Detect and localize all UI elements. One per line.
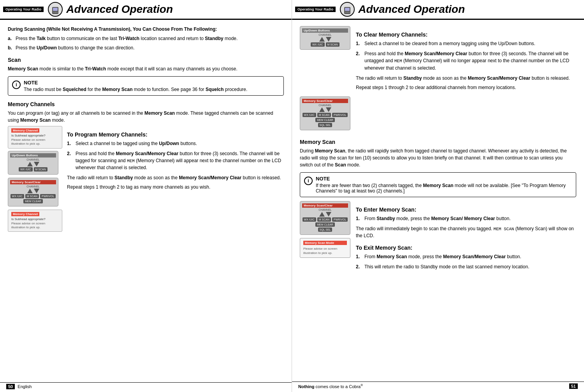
note-title-right: NOTE <box>316 176 572 182</box>
svg-rect-11 <box>348 12 350 13</box>
program-step2: 2. Press and hold the Memory Scan/Memory… <box>67 150 284 172</box>
sql-sel-btn: SQL SEL <box>318 123 332 127</box>
program-step1: 1. Select a channel to be tagged using t… <box>67 140 284 147</box>
enter-note: The radio will immediately begin to scan… <box>356 225 576 240</box>
radio-icon-left <box>47 2 63 17</box>
clear-step2-text: Press and hold the Memory Scan/Memory Cl… <box>364 50 576 72</box>
item-a-text: Press the Talk button to communicate on … <box>16 35 237 42</box>
memory-scan-para: During Memory Scan, the radio will rapid… <box>300 147 576 168</box>
note-content-left: NOTE The radio must be Squelched for the… <box>24 80 247 92</box>
exit-step1-text: From Memory Scan mode, press the Memory … <box>364 253 521 260</box>
note-title-left: NOTE <box>24 80 247 86</box>
memory-channels-para: You can program (or tag) any or all chan… <box>8 110 284 124</box>
channel-text: CHANNEL <box>10 158 56 161</box>
right-page: Operating Your Radio Advanced Operation … <box>292 0 584 392</box>
svg-rect-5 <box>56 12 58 13</box>
updown-tri-r <box>302 37 348 42</box>
channel-text2: CHANNEL <box>10 185 56 188</box>
right-footer-brand: Nothing comes close to a Cobra® <box>298 383 363 389</box>
mem-clear-btn: MEM CLEAR <box>23 199 43 203</box>
right-content: Up/Down Buttons CHANNEL WX /UIC M SCAN <box>292 26 584 273</box>
step1-text: Select a channel to be tagged using the … <box>76 140 197 147</box>
item-b: b. Press the Up/Down buttons to change t… <box>8 44 284 51</box>
device3-label: Memory Scan/Clear <box>10 180 56 184</box>
repeat-note: Repeat steps 1 through 2 to tag as many … <box>67 184 284 191</box>
memory-scan-title: Memory Scan <box>300 139 576 145</box>
right-header-title: Advanced Operation <box>358 3 581 16</box>
updown-label-right: Up/Down Buttons <box>302 28 348 33</box>
step2-num: 2. <box>67 150 74 172</box>
scanmode-note: Please advise on screen illustration to … <box>303 247 347 255</box>
exit-step2-text: This will return the radio to Standby mo… <box>364 263 529 270</box>
left-page: Operating Your Radio Advanced Operation … <box>0 0 292 392</box>
memory-scan-desc <box>356 96 576 133</box>
left-footer: 50 English <box>0 382 292 389</box>
wx-r: WX /UIC <box>311 42 324 47</box>
item-b-label: b. <box>8 44 14 51</box>
svg-rect-8 <box>345 8 350 11</box>
right-note-box: i NOTE If there are fewer than two (2) c… <box>300 172 576 197</box>
note-text-right: If there are fewer than two (2) channels… <box>316 183 572 194</box>
memscan-label-right: Memory Scan/Clear <box>302 99 348 103</box>
enter-step1-text: From Standby mode, press the Memory Scan… <box>364 215 511 222</box>
wx-uic-btn2: WX /UIC <box>11 194 24 198</box>
note-text-left: The radio must be Squelched for the Memo… <box>24 87 247 92</box>
updown-buttons <box>10 162 56 166</box>
up-triangle <box>27 162 33 166</box>
wx-uic-btn: WX /UIC <box>19 167 32 172</box>
step1-num: 1. <box>67 140 74 147</box>
exit-step2: 2. This will return the radio to Standby… <box>356 263 576 270</box>
lower-buttons2: WX /UIC M SCAN PWR/VOL <box>10 194 56 198</box>
channel-text-r: CHANNEL <box>302 33 348 36</box>
clear-step1-text: Select a channel to be cleared from a me… <box>364 40 535 47</box>
devices-col-left: Memory Channel Is Subhead appropriate? P… <box>8 126 62 234</box>
enter-exit-devices: Memory Scan/Clear CHANNEL WX /UIC M SCAN… <box>300 201 350 274</box>
clear-step2: 2. Press and hold the Memory Scan/Memory… <box>356 50 576 72</box>
footer-sup: ® <box>361 383 363 387</box>
note-content-right: NOTE If there are fewer than two (2) cha… <box>316 176 572 194</box>
device1-sub: Is Subhead appropriate? <box>11 134 59 137</box>
pwr-vol-btn: PWR/VOL <box>40 194 56 198</box>
right-page-number: 51 <box>569 383 578 389</box>
updown-buttons2 <box>10 189 56 193</box>
item-a: a. Press the Talk button to communicate … <box>8 35 284 42</box>
left-language: English <box>18 384 32 389</box>
clear-step1: 1. Select a channel to be cleared from a… <box>356 40 576 47</box>
down-tri-r <box>326 37 331 42</box>
left-content: During Scanning (While Not Receiving A T… <box>0 26 292 234</box>
left-header-title: Advanced Operation <box>66 3 288 16</box>
memory-channels-title: Memory Channels <box>8 101 284 107</box>
scan-section-title: Scan <box>8 57 284 63</box>
scan-para: Memory Scan mode is similar to the Tri-W… <box>8 65 284 72</box>
right-footer: Nothing comes close to a Cobra® 51 <box>292 382 584 389</box>
down-triangle <box>34 162 39 166</box>
device-memory-channel-2: Memory Channel Is Subhead appropriate? P… <box>8 210 62 232</box>
up-tri-r <box>319 37 325 42</box>
left-header-badge: Operating Your Radio <box>3 7 44 12</box>
standby-note: The radio will return to Standby mode as… <box>67 174 284 181</box>
program-title: To Program Memory Channels: <box>67 131 284 138</box>
svg-rect-10 <box>347 12 348 13</box>
footer-comes-close: comes close to a Cobra <box>315 384 361 389</box>
svg-rect-4 <box>55 12 56 13</box>
left-page-number: 50 <box>6 384 15 389</box>
item-b-text: Press the Up/Down buttons to change the … <box>16 44 135 51</box>
device-memscan-right-wrap: Memory Scan/Clear CHANNEL WX /UIC M SCAN… <box>300 96 350 133</box>
svg-rect-9 <box>345 12 347 13</box>
device-updown-right: Up/Down Buttons CHANNEL WX /UIC M SCAN <box>300 26 350 50</box>
device-updown-right-wrap: Up/Down Buttons CHANNEL WX /UIC M SCAN <box>300 26 350 93</box>
clear-section: Up/Down Buttons CHANNEL WX /UIC M SCAN <box>300 26 576 93</box>
lower-buttons: WX /UIC M SCAN <box>10 167 56 172</box>
clear-steps-text: To Clear Memory Channels: 1. Select a ch… <box>356 26 576 93</box>
note-icon-left: i <box>12 80 21 89</box>
enter-exit-text: To Enter Memory Scan: 1. From Standby mo… <box>356 201 576 274</box>
text-col-left: To Program Memory Channels: 1. Select a … <box>67 126 284 234</box>
enter-step1: 1. From Standby mode, press the Memory S… <box>356 215 576 222</box>
item-a-label: a. <box>8 35 14 42</box>
program-section: Memory Channel Is Subhead appropriate? P… <box>8 126 284 234</box>
memscan-clear-section: Memory Scan/Clear CHANNEL WX /UIC M SCAN… <box>300 96 576 133</box>
note-icon-right: i <box>304 177 313 185</box>
lower-r: WX /UIC M SCAN <box>302 42 348 47</box>
up-triangle2 <box>27 189 33 193</box>
right-header: Operating Your Radio Advanced Operation <box>292 0 584 20</box>
